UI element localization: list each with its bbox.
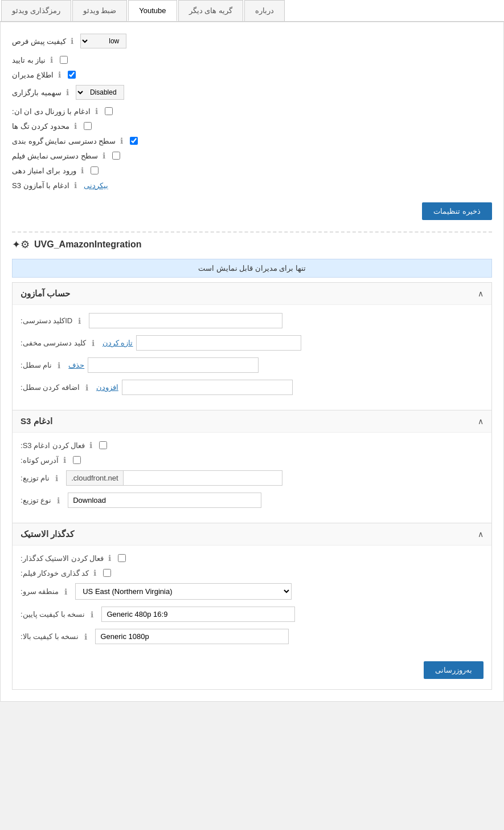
refresh-link-button[interactable]: تازه کردن xyxy=(103,339,133,347)
bucket-name-input[interactable] xyxy=(88,357,259,373)
low-quality-info-icon[interactable]: ℹ xyxy=(91,610,93,619)
s3-integration-section: ∧ ادغام S3 ℹ فعال کردن ادغام S3: ℹ آدرس … xyxy=(12,410,492,523)
secret-key-label: کلید دسترسی مخفی: xyxy=(21,339,86,347)
add-bucket-input[interactable] xyxy=(122,380,293,395)
elastic-transcoder-section: ∧ کدگذار الاستیک ℹ فعال کردن الاستیک کدگ… xyxy=(12,523,492,690)
auto-encode-checkbox[interactable] xyxy=(103,569,111,577)
enable-s3-info-icon[interactable]: ℹ xyxy=(89,441,92,450)
notify-admins-checkbox[interactable] xyxy=(68,71,76,79)
server-region-info-icon[interactable]: ℹ xyxy=(64,587,67,596)
integrate-cdn-checkbox[interactable] xyxy=(105,107,113,115)
point-entry-label: ورود برای امتیاز دهی xyxy=(12,166,76,175)
film-display-level-info-icon[interactable]: ℹ xyxy=(103,151,105,160)
integrate-cdn-info-icon[interactable]: ℹ xyxy=(95,107,98,116)
limit-tags-info-icon[interactable]: ℹ xyxy=(74,121,77,131)
enable-elastic-info-icon[interactable]: ℹ xyxy=(108,554,111,563)
distribution-name-info-icon[interactable]: ℹ xyxy=(55,474,58,483)
main-content: low medium high ℹ کیفیت پیش فرص ℹ نیاز ب… xyxy=(0,22,504,702)
bykerdni-link[interactable]: بیکردنی xyxy=(84,181,108,190)
tab-video-settings[interactable]: ضبط ویدئو xyxy=(72,0,128,21)
enable-s3-checkbox[interactable] xyxy=(99,441,107,449)
distribution-type-label: نوع توزیع: xyxy=(21,496,51,504)
group-display-level-label: سطح دسترسی نمایش گروه بندی xyxy=(12,137,116,145)
group-display-level-checkbox[interactable] xyxy=(130,137,138,145)
auto-encode-row: ℹ کد گذاری خودکار فیلم: xyxy=(21,568,483,577)
enable-elastic-checkbox[interactable] xyxy=(118,554,126,562)
tab-youtube[interactable]: Youtube xyxy=(128,0,177,21)
distribution-type-input[interactable] xyxy=(68,493,261,508)
high-quality-info-icon[interactable]: ℹ xyxy=(84,632,87,641)
need-approval-row: ℹ نیاز به تایید xyxy=(12,55,492,64)
group-display-level-info-icon[interactable]: ℹ xyxy=(120,136,123,145)
bucket-name-row: حذف ℹ نام سطل: xyxy=(21,357,483,373)
auto-encode-label: کد گذاری خودکار فیلم: xyxy=(21,569,89,577)
tab-about[interactable]: درباره xyxy=(244,0,285,21)
s3-integration-header[interactable]: ∧ ادغام S3 xyxy=(13,410,491,433)
access-key-id-input[interactable] xyxy=(89,313,282,328)
enable-elastic-label: فعال کردن الاستیک کدگذار: xyxy=(21,554,104,563)
high-quality-input[interactable] xyxy=(95,629,289,644)
secret-key-input[interactable] xyxy=(136,335,301,351)
quota-info-icon[interactable]: ℹ xyxy=(66,88,69,97)
amazon-account-chevron-icon: ∧ xyxy=(478,289,483,298)
elastic-transcoder-header[interactable]: ∧ کدگذار الاستیک xyxy=(13,523,491,546)
access-key-id-label: IDکلید دسترسی: xyxy=(21,316,72,325)
tab-other-groups[interactable]: گریه های دیگر xyxy=(178,0,243,21)
amazon-account-header[interactable]: ∧ حساب آمازون xyxy=(13,283,491,305)
distribution-name-input[interactable] xyxy=(123,470,282,486)
enable-s3-label: فعال کردن ادغام S3: xyxy=(21,441,85,450)
default-quality-info-icon[interactable]: ℹ xyxy=(71,36,73,46)
save-settings-button[interactable]: ذخیره تنظیمات xyxy=(422,202,492,220)
bucket-name-info-icon[interactable]: ℹ xyxy=(58,361,60,370)
elastic-transcoder-title: کدگذار الاستیک xyxy=(21,529,74,539)
enable-s3-row: ℹ فعال کردن ادغام S3: xyxy=(21,441,483,450)
need-approval-checkbox[interactable] xyxy=(60,56,68,64)
tab-watermark[interactable]: رمزگذاری ویدئو xyxy=(1,0,71,21)
integrate-s3-info-icon[interactable]: ℹ xyxy=(74,181,77,190)
auto-encode-info-icon[interactable]: ℹ xyxy=(93,568,96,577)
default-quality-label: کیفیت پیش فرص xyxy=(12,37,66,46)
low-quality-input[interactable] xyxy=(101,607,295,622)
integrate-s3-control: بیکردنی xyxy=(84,181,108,190)
integrate-cdn-row: ℹ ادغام با زورنال دی ان ان: xyxy=(12,107,492,116)
distribution-name-row: cloudfront.net. ℹ نام توزیع: xyxy=(21,470,483,486)
amazon-account-section: ∧ حساب آمازون ℹ IDکلید دسترسی: تازه کردن… xyxy=(12,282,492,410)
default-quality-row: low medium high ℹ کیفیت پیش فرص xyxy=(12,34,492,48)
add-bucket-label: اضافه کردن سطل: xyxy=(21,383,80,392)
film-display-level-checkbox[interactable] xyxy=(112,152,120,160)
short-address-row: ℹ آدرس کوتاه: xyxy=(21,455,483,465)
quota-select[interactable]: Disabled Enabled xyxy=(76,85,124,100)
server-region-select[interactable]: US East (Northern Virginia) US West (Ore… xyxy=(75,583,292,600)
point-entry-checkbox[interactable] xyxy=(91,166,99,174)
quota-row: Disabled Enabled ℹ سهمیه بارگزاری xyxy=(12,85,492,100)
distribution-type-info-icon[interactable]: ℹ xyxy=(57,496,60,505)
short-address-label: آدرس کوتاه: xyxy=(21,456,59,465)
limit-tags-checkbox[interactable] xyxy=(84,122,92,130)
amazon-account-title: حساب آمازون xyxy=(21,288,70,299)
secret-key-info-icon[interactable]: ℹ xyxy=(92,339,95,348)
default-quality-control: low medium high xyxy=(80,34,126,48)
secret-key-row: تازه کردن ℹ کلید دسترسی مخفی: xyxy=(21,335,483,351)
integrate-cdn-label: ادغام با زورنال دی ان ان: xyxy=(12,107,91,116)
add-link-button[interactable]: افزودن xyxy=(96,383,118,392)
point-entry-info-icon[interactable]: ℹ xyxy=(81,166,84,175)
plugin-title: UVG_AmazonIntegration xyxy=(34,239,141,250)
low-quality-row: ℹ نسخه با کیفیت پایین: xyxy=(21,607,483,622)
default-quality-select[interactable]: low medium high xyxy=(80,34,126,48)
distribution-name-label: نام توزیع: xyxy=(21,474,50,482)
high-quality-row: ℹ نسخه با کیفیت بالا: xyxy=(21,629,483,644)
short-address-info-icon[interactable]: ℹ xyxy=(63,455,66,465)
plugin-icon: ⚙✦ xyxy=(12,238,30,251)
delete-link-button[interactable]: حذف xyxy=(68,361,84,369)
add-bucket-info-icon[interactable]: ℹ xyxy=(85,383,88,392)
enable-elastic-row: ℹ فعال کردن الاستیک کدگذار: xyxy=(21,554,483,563)
need-approval-info-icon[interactable]: ℹ xyxy=(50,55,53,64)
low-quality-label: نسخه با کیفیت پایین: xyxy=(21,610,85,619)
short-address-checkbox[interactable] xyxy=(73,456,81,464)
integrate-s3-label: ادغام با آمازون S3 xyxy=(12,181,69,190)
distribution-type-row: ℹ نوع توزیع: xyxy=(21,493,483,508)
refresh-button[interactable]: بەروزرسانی xyxy=(424,661,483,679)
elastic-transcoder-chevron-icon: ∧ xyxy=(478,530,483,539)
access-key-id-info-icon[interactable]: ℹ xyxy=(78,316,81,326)
notify-admins-info-icon[interactable]: ℹ xyxy=(58,70,61,79)
